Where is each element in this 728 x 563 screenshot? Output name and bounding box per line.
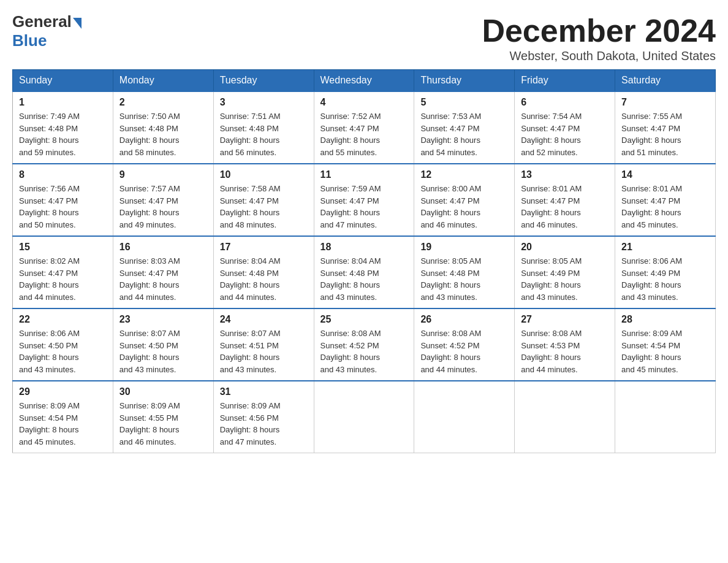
day-cell: 10Sunrise: 7:58 AMSunset: 4:47 PMDayligh… [213,164,314,236]
day-info: Sunrise: 8:09 AMSunset: 4:54 PMDaylight:… [19,400,107,448]
day-cell: 23Sunrise: 8:07 AMSunset: 4:50 PMDayligh… [113,308,213,381]
day-cell: 31Sunrise: 8:09 AMSunset: 4:56 PMDayligh… [213,381,314,453]
header-wednesday: Wednesday [314,70,414,92]
day-cell: 27Sunrise: 8:08 AMSunset: 4:53 PMDayligh… [515,308,615,381]
day-number: 27 [521,314,609,325]
day-info: Sunrise: 8:07 AMSunset: 4:50 PMDaylight:… [119,327,207,375]
day-number: 16 [119,242,207,253]
calendar-title: December 2024 [482,12,716,49]
logo-blue: Blue [12,31,47,50]
day-cell: 2Sunrise: 7:50 AMSunset: 4:48 PMDaylight… [113,91,213,164]
day-info: Sunrise: 7:50 AMSunset: 4:48 PMDaylight:… [119,110,207,158]
day-cell: 14Sunrise: 8:01 AMSunset: 4:47 PMDayligh… [615,164,716,236]
day-info: Sunrise: 7:49 AMSunset: 4:48 PMDaylight:… [19,110,107,158]
day-cell [615,381,716,453]
logo: General Blue [12,12,82,50]
day-info: Sunrise: 7:55 AMSunset: 4:47 PMDaylight:… [621,110,709,158]
day-info: Sunrise: 7:59 AMSunset: 4:47 PMDaylight:… [320,183,408,231]
day-info: Sunrise: 8:06 AMSunset: 4:49 PMDaylight:… [621,255,709,303]
day-number: 6 [521,97,609,108]
day-number: 10 [220,169,308,180]
day-cell: 12Sunrise: 8:00 AMSunset: 4:47 PMDayligh… [414,164,515,236]
day-info: Sunrise: 8:02 AMSunset: 4:47 PMDaylight:… [19,255,107,303]
week-row-5: 29Sunrise: 8:09 AMSunset: 4:54 PMDayligh… [13,381,716,453]
day-cell: 13Sunrise: 8:01 AMSunset: 4:47 PMDayligh… [515,164,615,236]
day-number: 15 [19,242,107,253]
day-info: Sunrise: 8:04 AMSunset: 4:48 PMDaylight:… [220,255,308,303]
week-row-4: 22Sunrise: 8:06 AMSunset: 4:50 PMDayligh… [13,308,716,381]
day-cell: 16Sunrise: 8:03 AMSunset: 4:47 PMDayligh… [113,236,213,308]
day-cell: 28Sunrise: 8:09 AMSunset: 4:54 PMDayligh… [615,308,716,381]
day-cell: 29Sunrise: 8:09 AMSunset: 4:54 PMDayligh… [13,381,113,453]
day-cell: 19Sunrise: 8:05 AMSunset: 4:48 PMDayligh… [414,236,515,308]
day-number: 19 [420,242,508,253]
day-number: 5 [420,97,508,108]
week-row-2: 8Sunrise: 7:56 AMSunset: 4:47 PMDaylight… [13,164,716,236]
day-cell: 15Sunrise: 8:02 AMSunset: 4:47 PMDayligh… [13,236,113,308]
day-info: Sunrise: 8:01 AMSunset: 4:47 PMDaylight:… [521,183,609,231]
day-number: 24 [220,314,308,325]
day-number: 28 [621,314,709,325]
day-info: Sunrise: 7:51 AMSunset: 4:48 PMDaylight:… [220,110,308,158]
day-info: Sunrise: 8:06 AMSunset: 4:50 PMDaylight:… [19,327,107,375]
day-number: 2 [119,97,207,108]
day-cell: 30Sunrise: 8:09 AMSunset: 4:55 PMDayligh… [113,381,213,453]
day-info: Sunrise: 8:05 AMSunset: 4:48 PMDaylight:… [420,255,508,303]
day-info: Sunrise: 7:52 AMSunset: 4:47 PMDaylight:… [320,110,408,158]
title-block: December 2024 Webster, South Dakota, Uni… [482,12,716,63]
day-cell [515,381,615,453]
day-number: 21 [621,242,709,253]
day-number: 25 [320,314,408,325]
day-number: 18 [320,242,408,253]
day-number: 8 [19,169,107,180]
header-saturday: Saturday [615,70,716,92]
day-cell: 3Sunrise: 7:51 AMSunset: 4:48 PMDaylight… [213,91,314,164]
day-cell: 6Sunrise: 7:54 AMSunset: 4:47 PMDaylight… [515,91,615,164]
day-cell: 22Sunrise: 8:06 AMSunset: 4:50 PMDayligh… [13,308,113,381]
day-number: 14 [621,169,709,180]
day-info: Sunrise: 8:08 AMSunset: 4:53 PMDaylight:… [521,327,609,375]
day-info: Sunrise: 7:53 AMSunset: 4:47 PMDaylight:… [420,110,508,158]
day-number: 30 [119,386,207,397]
day-cell: 24Sunrise: 8:07 AMSunset: 4:51 PMDayligh… [213,308,314,381]
day-info: Sunrise: 8:09 AMSunset: 4:54 PMDaylight:… [621,327,709,375]
day-number: 26 [420,314,508,325]
day-info: Sunrise: 8:09 AMSunset: 4:55 PMDaylight:… [119,400,207,448]
day-info: Sunrise: 8:08 AMSunset: 4:52 PMDaylight:… [320,327,408,375]
day-cell: 9Sunrise: 7:57 AMSunset: 4:47 PMDaylight… [113,164,213,236]
day-info: Sunrise: 7:57 AMSunset: 4:47 PMDaylight:… [119,183,207,231]
day-info: Sunrise: 8:09 AMSunset: 4:56 PMDaylight:… [220,400,308,448]
day-cell [314,381,414,453]
calendar-header-row: SundayMondayTuesdayWednesdayThursdayFrid… [13,70,716,92]
day-cell: 21Sunrise: 8:06 AMSunset: 4:49 PMDayligh… [615,236,716,308]
day-info: Sunrise: 7:56 AMSunset: 4:47 PMDaylight:… [19,183,107,231]
day-number: 17 [220,242,308,253]
logo-arrow-icon [73,18,82,29]
day-cell: 26Sunrise: 8:08 AMSunset: 4:52 PMDayligh… [414,308,515,381]
day-cell: 7Sunrise: 7:55 AMSunset: 4:47 PMDaylight… [615,91,716,164]
day-cell: 17Sunrise: 8:04 AMSunset: 4:48 PMDayligh… [213,236,314,308]
day-number: 22 [19,314,107,325]
page-header: General Blue December 2024 Webster, Sout… [12,12,716,63]
day-info: Sunrise: 7:54 AMSunset: 4:47 PMDaylight:… [521,110,609,158]
day-number: 4 [320,97,408,108]
day-info: Sunrise: 7:58 AMSunset: 4:47 PMDaylight:… [220,183,308,231]
day-number: 9 [119,169,207,180]
calendar-table: SundayMondayTuesdayWednesdayThursdayFrid… [12,69,716,453]
day-info: Sunrise: 8:04 AMSunset: 4:48 PMDaylight:… [320,255,408,303]
day-info: Sunrise: 8:07 AMSunset: 4:51 PMDaylight:… [220,327,308,375]
day-number: 3 [220,97,308,108]
day-cell: 5Sunrise: 7:53 AMSunset: 4:47 PMDaylight… [414,91,515,164]
logo-blue-part [72,15,82,29]
day-cell: 11Sunrise: 7:59 AMSunset: 4:47 PMDayligh… [314,164,414,236]
day-cell: 1Sunrise: 7:49 AMSunset: 4:48 PMDaylight… [13,91,113,164]
day-info: Sunrise: 8:00 AMSunset: 4:47 PMDaylight:… [420,183,508,231]
header-sunday: Sunday [13,70,113,92]
header-thursday: Thursday [414,70,515,92]
header-friday: Friday [515,70,615,92]
day-number: 31 [220,386,308,397]
day-cell: 4Sunrise: 7:52 AMSunset: 4:47 PMDaylight… [314,91,414,164]
day-info: Sunrise: 8:05 AMSunset: 4:49 PMDaylight:… [521,255,609,303]
calendar-location: Webster, South Dakota, United States [482,49,716,63]
day-number: 1 [19,97,107,108]
